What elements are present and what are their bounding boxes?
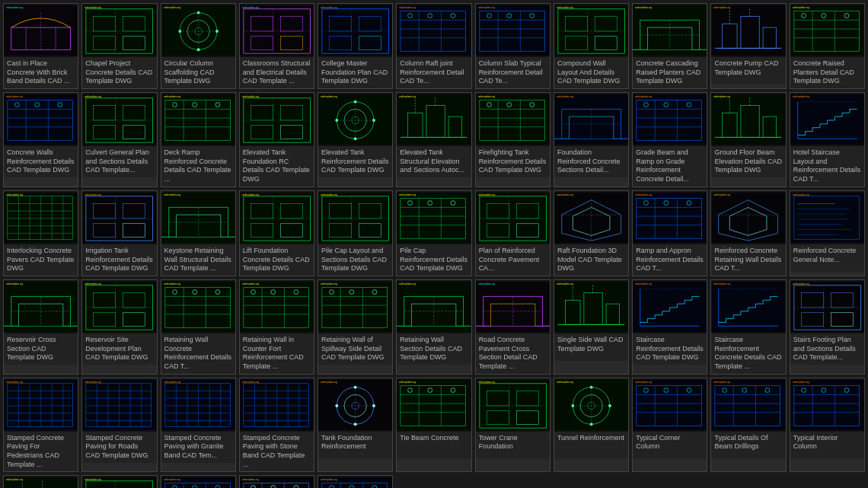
card-thumbnail: cadtemplates.org [82, 93, 156, 146]
card-item[interactable]: cadtemplates.org Village Reinforced [81, 475, 157, 488]
svg-text:cadtemplates.org: cadtemplates.org [399, 193, 416, 196]
card-item[interactable]: cadtemplates.org Tunnel Reinforcement [554, 378, 629, 473]
svg-text:cadtemplates.org: cadtemplates.org [399, 380, 416, 383]
card-item[interactable]: cadtemplates.org Reservoir Site Developm… [81, 279, 157, 375]
svg-text:cadtemplates.org: cadtemplates.org [793, 193, 810, 196]
svg-text:cadtemplates.org: cadtemplates.org [713, 193, 731, 196]
card-item[interactable]: cadtemplates.org Typical Interior Column [790, 378, 865, 473]
card-item[interactable]: cadtemplates.org Staircase Reinforcement… [632, 279, 707, 375]
card-item[interactable]: cadtemplates.org Retaining Wall Section … [396, 279, 471, 375]
card-thumbnail: cadtemplates.org [554, 93, 628, 146]
svg-text:cadtemplates.org: cadtemplates.org [242, 6, 260, 9]
card-item[interactable]: cadtemplates.org Concrete Walls Reinforc… [3, 92, 78, 187]
card-item[interactable]: cadtemplates.org Interlocking Concrete P… [3, 190, 78, 276]
card-label: Retaining Wall in Counter Fort Reinforce… [240, 333, 314, 374]
card-item[interactable]: cadtemplates.org Retaining Wall Concrete… [161, 279, 236, 375]
card-item[interactable]: cadtemplates.org Pile Cap Layout and Sec… [318, 190, 393, 276]
card-item[interactable]: cadtemplates.org Grade Beam and Ramp on … [632, 92, 707, 187]
svg-text:cadtemplates.org: cadtemplates.org [242, 95, 260, 98]
card-item[interactable]: cadtemplates.org Chapel Project Concrete… [81, 3, 157, 89]
card-thumbnail: cadtemplates.org [240, 476, 314, 488]
card-item[interactable]: cadtemplates.org Hotel Staircase Layout … [790, 92, 865, 187]
card-item[interactable]: cadtemplates.org Reservoir Cross Section… [3, 279, 78, 375]
svg-point-469 [590, 385, 593, 388]
svg-text:cadtemplates.org: cadtemplates.org [557, 6, 574, 9]
svg-text:cadtemplates.org: cadtemplates.org [85, 95, 102, 98]
card-thumbnail: cadtemplates.org [318, 378, 392, 432]
card-thumbnail: cadtemplates.org [318, 280, 392, 333]
card-item[interactable]: cadtemplates.org Stamped Concrete Paving… [161, 378, 236, 473]
card-item[interactable]: cadtemplates.org Plan of Reinforced Conc… [475, 190, 550, 276]
card-item[interactable]: cadtemplates.org Concrete Raised Planter… [790, 3, 865, 89]
card-item[interactable]: cadtemplates.org Lift Foundation Concret… [239, 190, 314, 276]
card-item[interactable]: cadtemplates.org Cast in Place Concrete … [3, 3, 78, 89]
card-item[interactable]: cadtemplates.org Column Raft joint Reinf… [396, 3, 471, 89]
card-label: Stamped Concrete Paving for Roads CAD Te… [82, 432, 156, 463]
card-item[interactable]: cadtemplates.org Road Concrete Pavement … [475, 279, 550, 375]
card-item[interactable]: cadtemplates.org Ground Floor Beam Eleva… [710, 92, 786, 187]
card-item[interactable]: cadtemplates.org Retaining Wall of Spill… [318, 279, 393, 375]
card-thumbnail: cadtemplates.org [318, 4, 392, 57]
card-item[interactable]: cadtemplates.org Reinforced Concrete Ret… [710, 190, 786, 276]
card-item[interactable]: cadtemplates.org Irrigation Tank Reinfor… [81, 190, 157, 276]
card-item[interactable]: cadtemplates.org Walls Reinforcement [318, 475, 393, 488]
card-item[interactable]: cadtemplates.org Elevated Tank Foundatio… [239, 92, 314, 187]
card-item[interactable]: cadtemplates.org Raft Foundation 3D Mode… [554, 190, 629, 276]
card-item[interactable]: cadtemplates.org Pile Cap Reinforcement … [396, 190, 471, 276]
card-item[interactable]: cadtemplates.org Typical Corner Column [632, 378, 707, 473]
card-thumbnail: cadtemplates.org [397, 280, 471, 333]
svg-text:cadtemplates.org: cadtemplates.org [163, 478, 180, 481]
card-item[interactable]: cadtemplates.org Reinforced Concrete Gen… [790, 190, 865, 276]
card-item[interactable]: cadtemplates.org Firefighting Tank Reinf… [475, 92, 550, 187]
card-item[interactable]: cadtemplates.org Single Side Wall CAD Te… [554, 279, 629, 375]
card-item[interactable]: cadtemplates.org Elevated Tank Structura… [396, 92, 471, 187]
card-thumbnail: cadtemplates.org [476, 4, 550, 57]
card-item[interactable]: cadtemplates.org Vehicle Ramp Elevation … [3, 475, 78, 488]
card-item[interactable]: cadtemplates.org Stamped Concrete Paving… [239, 378, 314, 473]
svg-rect-286 [790, 193, 864, 243]
card-item[interactable]: cadtemplates.org Staircase Reinforcement… [710, 279, 786, 375]
card-label: Keystone Retaining Wall Structural Detai… [161, 244, 235, 276]
card-item[interactable]: cadtemplates.org Tank Foundation Reinfor… [318, 378, 393, 473]
card-item[interactable]: cadtemplates.org Retaining Wall in Count… [239, 279, 314, 375]
svg-rect-158 [476, 94, 550, 145]
svg-text:cadtemplates.org: cadtemplates.org [321, 95, 338, 98]
card-item[interactable]: cadtemplates.org Typical Details Of Beam… [710, 378, 786, 473]
card-item[interactable]: cadtemplates.org Stamped Concrete Paving… [3, 378, 78, 473]
card-item[interactable]: cadtemplates.org Circular Column Scaffol… [161, 3, 236, 89]
card-item[interactable]: cadtemplates.org Culvert General Plan an… [81, 92, 157, 187]
svg-text:cadtemplates.org: cadtemplates.org [557, 282, 574, 285]
card-item[interactable]: cadtemplates.org Concrete Cascading Rais… [632, 3, 707, 89]
svg-text:cadtemplates.org: cadtemplates.org [713, 282, 731, 285]
card-thumbnail: cadtemplates.org [161, 476, 235, 488]
card-item[interactable]: cadtemplates.org Classrooms Structural a… [239, 3, 314, 89]
svg-point-21 [196, 11, 199, 14]
card-item[interactable]: cadtemplates.org Compound Wall Layout An… [554, 3, 629, 89]
card-item[interactable]: cadtemplates.org Tie Beam Concrete [396, 378, 471, 473]
card-item[interactable]: cadtemplates.org Ramp and Appron Reinfor… [632, 190, 707, 276]
card-label: Raft Foundation 3D Model CAD Template DW… [554, 244, 628, 276]
svg-text:cadtemplates.org: cadtemplates.org [242, 478, 260, 481]
svg-rect-443 [397, 380, 471, 430]
card-item[interactable]: cadtemplates.org Wall Trench Reinforceme… [239, 475, 314, 488]
card-item[interactable]: cadtemplates.org Concrete Pump CAD Templ… [710, 3, 786, 89]
svg-text:cadtemplates.org: cadtemplates.org [163, 95, 180, 98]
svg-text:cadtemplates.org: cadtemplates.org [793, 282, 810, 285]
card-item[interactable]: cadtemplates.org Stairs Footing Plan and… [790, 279, 865, 375]
card-item[interactable]: cadtemplates.org Tower Crane Foundation [475, 378, 550, 473]
card-item[interactable]: cadtemplates.org Deck Ramp Reinforced Co… [161, 92, 236, 187]
card-item[interactable]: cadtemplates.org College Master Foundati… [318, 3, 393, 89]
card-item[interactable]: cadtemplates.org Keystone Retaining Wall… [161, 190, 236, 276]
card-item[interactable]: cadtemplates.org Elevated Tank Reinforce… [318, 92, 393, 187]
card-label: Concrete Pump CAD Template DWG [711, 57, 785, 85]
card-label: Column Slab Typical Reinforcement Detail… [476, 57, 550, 88]
card-thumbnail: cadtemplates.org [554, 4, 628, 57]
card-item[interactable]: cadtemplates.org Stamped Concrete Paving… [81, 378, 157, 473]
card-thumbnail: cadtemplates.org [711, 378, 785, 432]
card-item[interactable]: cadtemplates.org Column Slab Typical Rei… [475, 3, 550, 89]
card-item[interactable]: cadtemplates.org Foundation Reinforced C… [554, 92, 629, 187]
card-label: Retaining Wall Concrete Reinforcement De… [161, 333, 235, 374]
card-item[interactable]: cadtemplates.org Wall Feature Panelling … [161, 475, 236, 488]
card-thumbnail: cadtemplates.org [476, 378, 550, 432]
svg-rect-310 [161, 282, 235, 332]
